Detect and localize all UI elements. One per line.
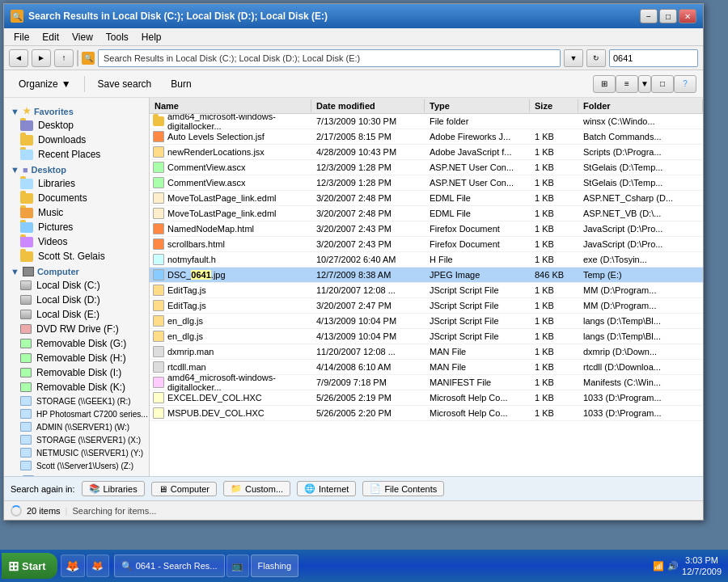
sidebar-item-rem-k[interactable]: Removable Disk (K:) — [4, 380, 149, 394]
file-row[interactable]: CommentView.ascx 12/3/2009 1:28 PM ASP.N… — [150, 175, 703, 191]
computer-section[interactable]: ▼ Computer — [4, 264, 149, 278]
search-taskbar-btn[interactable]: 🔍 0641 - Search Res... — [114, 555, 225, 577]
address-dropdown[interactable]: ▼ — [564, 49, 583, 67]
file-row[interactable]: scrollbars.html 3/20/2007 2:43 PM Firefo… — [150, 237, 703, 252]
sidebar-item-libraries[interactable]: Libraries — [4, 176, 149, 191]
sidebar-item-hp[interactable]: HP Photosmart C7200 series... — [4, 407, 149, 420]
file-row[interactable]: EditTag.js 3/20/2007 2:47 PM JScript Scr… — [150, 298, 703, 314]
help-button[interactable]: ? — [674, 75, 696, 93]
sidebar-item-disk-d[interactable]: Local Disk (D:) — [4, 293, 149, 307]
menu-file[interactable]: File — [7, 30, 36, 44]
sidebar-item-videos[interactable]: Videos — [4, 234, 149, 249]
file-row[interactable]: amd64_microsoft-windows-digitallocker...… — [150, 114, 703, 129]
sidebar-item-storage-x[interactable]: STORAGE (\\SERVER1) (X:) — [4, 433, 149, 446]
sidebar-item-netmusic[interactable]: NETMUSIC (\\SERVER1) (Y:) — [4, 446, 149, 459]
favorites-section[interactable]: ▼ ★ Favorites — [4, 103, 149, 118]
status-count: 20 items — [27, 506, 61, 516]
organize-button[interactable]: Organize ▼ — [11, 75, 79, 93]
menu-view[interactable]: View — [66, 30, 99, 44]
search-libraries-button[interactable]: 📚 Libraries — [82, 481, 145, 496]
search-internet-button[interactable]: 🌐 Internet — [297, 481, 356, 496]
file-type: JScript Script File — [425, 331, 530, 342]
file-folder: JavaScript (D:\Pro... — [578, 238, 703, 250]
dvd-icon — [20, 324, 32, 334]
up-button[interactable]: ↑ — [54, 49, 74, 67]
sidebar-item-music[interactable]: Music — [4, 205, 149, 220]
network-section[interactable]: ▼ Network — [4, 472, 149, 476]
col-date-header[interactable]: Date modified — [311, 99, 425, 112]
col-name-header[interactable]: Name — [150, 99, 311, 112]
search-file-contents-button[interactable]: 📄 File Contents — [362, 481, 444, 496]
forward-button[interactable]: ► — [32, 49, 51, 67]
clock-date: 12/7/2009 — [682, 566, 722, 577]
search-custom-button[interactable]: 📁 Custom... — [223, 481, 290, 496]
sidebar-item-pictures[interactable]: Pictures — [4, 220, 149, 234]
view-dropdown-button[interactable]: ▼ — [638, 75, 651, 93]
file-size: 1 KB — [530, 315, 578, 327]
sidebar-item-admin-w[interactable]: ADMIN (\\SERVER1) (W:) — [4, 420, 149, 433]
file-row[interactable]: DSC_0641.jpg 12/7/2009 8:38 AM JPEG Imag… — [150, 268, 703, 283]
sidebar-item-downloads[interactable]: Downloads — [4, 133, 149, 147]
file-row[interactable]: en_dlg.js 4/13/2009 10:04 PM JScript Scr… — [150, 329, 703, 344]
file-date: 12/7/2009 8:38 AM — [311, 269, 425, 280]
sidebar-item-scott-z[interactable]: Scott (\\Server1\Users) (Z:) — [4, 459, 149, 472]
sidebar-item-storage-r[interactable]: STORAGE (\\GEEK1) (R:) — [4, 394, 149, 407]
file-row[interactable]: MSPUB.DEV_COL.HXC 5/26/2005 2:20 PM Micr… — [150, 406, 703, 421]
file-row[interactable]: EXCEL.DEV_COL.HXC 5/26/2005 2:19 PM Micr… — [150, 390, 703, 406]
file-row[interactable]: newRenderLocations.jsx 4/28/2009 10:43 P… — [150, 145, 703, 160]
firefox-button[interactable]: 🦊 — [87, 555, 109, 577]
sidebar-item-user[interactable]: Scott St. Gelais — [4, 249, 149, 264]
sidebar-item-documents[interactable]: Documents — [4, 191, 149, 205]
clock[interactable]: 3:03 PM 12/7/2009 — [682, 555, 722, 578]
flashing-icon[interactable]: 📺 — [226, 555, 249, 577]
file-row[interactable]: NamedNodeMap.html 3/20/2007 2:43 PM Fire… — [150, 221, 703, 237]
start-button[interactable]: ⊞ Start — [2, 553, 57, 579]
search-computer-button[interactable]: 🖥 Computer — [151, 482, 217, 496]
save-search-button[interactable]: Save search — [90, 75, 160, 93]
burn-button[interactable]: Burn — [163, 75, 199, 93]
file-row[interactable]: MoveToLastPage_link.edml 3/20/2007 2:48 … — [150, 191, 703, 206]
minimize-button[interactable]: − — [640, 9, 658, 23]
status-bar: 20 items | Searching for items... — [4, 500, 703, 520]
file-date: 11/20/2007 12:08 ... — [311, 285, 425, 296]
file-name: NamedNodeMap.html — [167, 224, 254, 234]
search-input[interactable] — [609, 49, 698, 67]
refresh-button[interactable]: ↻ — [586, 49, 606, 67]
sidebar-item-disk-c[interactable]: Local Disk (C:) — [4, 278, 149, 293]
close-button[interactable]: ✕ — [679, 9, 696, 23]
show-desktop-button[interactable]: 🦊 — [61, 555, 85, 577]
restore-button[interactable]: □ — [659, 9, 677, 23]
sidebar-item-disk-e[interactable]: Local Disk (E:) — [4, 307, 149, 322]
menu-tools[interactable]: Tools — [99, 30, 135, 44]
sidebar-item-rem-i[interactable]: Removable Disk (I:) — [4, 365, 149, 380]
file-row[interactable]: amd64_microsoft-windows-digitallocker...… — [150, 375, 703, 390]
sidebar-item-rem-g[interactable]: Removable Disk (G:) — [4, 336, 149, 351]
file-row[interactable]: CommentView.ascx 12/3/2009 1:28 PM ASP.N… — [150, 160, 703, 175]
sidebar-item-recent[interactable]: Recent Places — [4, 147, 149, 162]
col-type-header[interactable]: Type — [425, 99, 530, 112]
file-name: EditTag.js — [167, 301, 206, 310]
menu-help[interactable]: Help — [135, 30, 168, 44]
sidebar-item-rem-h[interactable]: Removable Disk (H:) — [4, 351, 149, 365]
file-name-cell: dxmrip.man — [150, 345, 311, 358]
file-folder: 1033 (D:\Program... — [578, 392, 703, 403]
sidebar-item-dvd[interactable]: DVD RW Drive (F:) — [4, 322, 149, 336]
back-button[interactable]: ◄ — [9, 49, 28, 67]
desktop-section[interactable]: ▼ ■ Desktop — [4, 162, 149, 176]
file-row[interactable]: MoveToLastPage_link.edml 3/20/2007 2:48 … — [150, 206, 703, 221]
file-row[interactable]: notmyfault.h 10/27/2002 6:40 AM H File 1… — [150, 252, 703, 268]
menu-edit[interactable]: Edit — [36, 30, 66, 44]
view-extra-button[interactable]: ⊞ — [593, 75, 616, 93]
preview-button[interactable]: □ — [651, 75, 674, 93]
col-folder-header[interactable]: Folder — [578, 99, 703, 112]
flashing-taskbar-btn[interactable]: Flashing — [251, 555, 299, 577]
sidebar-item-desktop[interactable]: Desktop — [4, 118, 149, 133]
col-size-header[interactable]: Size — [530, 99, 578, 112]
file-row[interactable]: Auto Levels Selection.jsf 2/17/2005 8:15… — [150, 129, 703, 145]
address-bar[interactable]: Search Results in Local Disk (C:); Local… — [98, 49, 561, 67]
view-toggle-button[interactable]: ≡ — [616, 75, 638, 93]
file-row[interactable]: EditTag.js 11/20/2007 12:08 ... JScript … — [150, 283, 703, 298]
file-row[interactable]: dxmrip.man 11/20/2007 12:08 ... MAN File… — [150, 344, 703, 360]
file-row[interactable]: en_dlg.js 4/13/2009 10:04 PM JScript Scr… — [150, 314, 703, 329]
computer-icon-small: 🖥 — [159, 484, 167, 494]
